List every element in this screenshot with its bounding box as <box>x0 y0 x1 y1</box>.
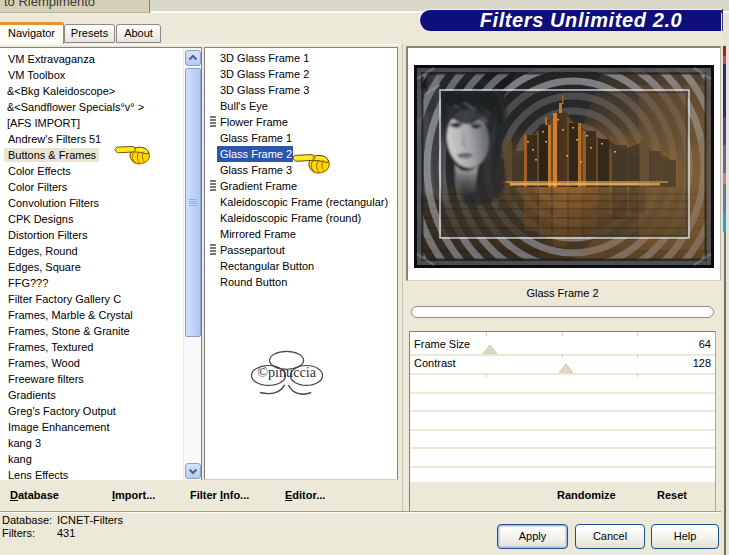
svg-text:©pinuccia: ©pinuccia <box>257 364 317 380</box>
